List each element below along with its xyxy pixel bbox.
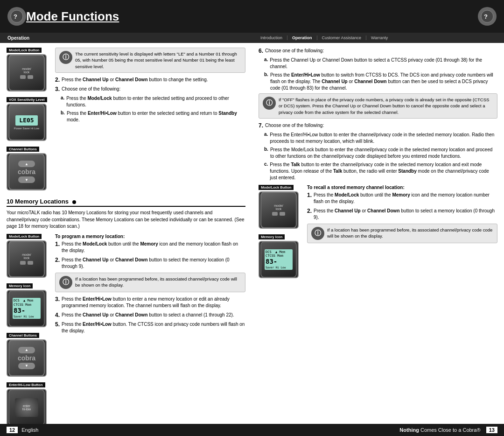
right-header: ? — [252, 0, 504, 33]
right-6b: b. Press the Enter/Hi•Low button to swit… — [259, 72, 497, 91]
right-nav: Introduction Operation Customer Assistan… — [252, 33, 504, 43]
recall-mode-device: mode/lock — [260, 192, 297, 228]
cobra-logo-right: ? — [478, 7, 497, 26]
vox-screen: LE05 — [15, 115, 38, 126]
left-nav: Operation — [0, 33, 252, 43]
nav-intro[interactable]: Introduction — [256, 35, 287, 40]
left-content: Mode/Lock Button mode/lock — [0, 43, 252, 424]
program-label: To program a memory location: — [55, 234, 245, 239]
vox-device: LE05 Power Saver Hi Low — [8, 104, 45, 141]
recall-label: To recall a stored memory channel locati… — [307, 185, 497, 190]
channel-up[interactable]: ▲ — [18, 161, 35, 167]
mode-lock-label: Mode/Lock Button — [7, 48, 42, 53]
svg-text:?: ? — [484, 13, 488, 20]
prog-ch-dn[interactable]: ▼ — [18, 363, 35, 369]
enter-hilow-label: Enter/Hi-Low Button — [7, 382, 45, 387]
step-3: 3. Choose one of the following: — [55, 86, 245, 92]
right-7a: a. Press the Enter/Hi•Low button to ente… — [259, 132, 497, 145]
right-step-6: 6. Choose one of the following: — [259, 48, 497, 54]
nav-operation-left[interactable]: Operation — [4, 35, 33, 41]
program-devices: Mode/Lock Button mode/lock — [7, 234, 51, 424]
bullet-dot — [72, 200, 76, 204]
prog-ch-up[interactable]: ▲ — [18, 347, 35, 353]
left-lang: English — [21, 427, 38, 433]
right-info-box-1: ⓘ If "OFF" flashes in place of the priva… — [259, 93, 497, 119]
memory-icon-label: Memory Icon — [7, 283, 33, 288]
enter-btn-graphic: enter hi-low — [15, 398, 38, 417]
right-footer-text: Nothing Comes Close to a Cobra® 13 — [399, 427, 497, 433]
nav-operation-right[interactable]: Operation — [287, 35, 317, 40]
prog-step-5: 5. Press the Enter/Hi•Low button. The CT… — [55, 321, 245, 334]
cobra-brand-small: cobra — [18, 168, 35, 176]
channel-device: ▲ cobra ▼ — [8, 154, 45, 190]
prog-mode-label: Mode/Lock Button — [7, 234, 42, 239]
recall-info-text: If a location has been programmed before… — [327, 227, 493, 239]
info-icon-4: ⓘ — [311, 227, 324, 240]
cobra-logo-left: ? — [7, 7, 26, 26]
info-icon-3: ⓘ — [263, 97, 276, 110]
intro-text-block: ⓘ The current sensitivity level is displ… — [55, 48, 245, 194]
channel-buttons-label: Channel Buttons — [7, 147, 39, 152]
prog-info-box: ⓘ If a location has been programmed befo… — [55, 273, 245, 292]
device-buttons — [20, 75, 33, 79]
right-6a: a. Press the Channel Up or Channel Down … — [259, 57, 497, 70]
recall-memory-label: Memory Icon — [259, 234, 285, 239]
page-title: Mode Functions — [26, 9, 119, 24]
right-footer: Nothing Comes Close to a Cobra® 13 — [252, 424, 504, 436]
recall-memory-icon: Memory Icon DCS ▲ Mem CTCSS Mem 83- Save… — [259, 234, 303, 278]
mode-lock-device-img: mode/lock — [7, 54, 47, 91]
left-page-num: 12 — [7, 427, 18, 433]
mode-lock-item: Mode/Lock Button mode/lock — [7, 48, 51, 91]
channel-buttons-item: Channel Buttons ▲ cobra ▼ — [7, 147, 51, 190]
right-7c: c. Press the Talk button to enter the ch… — [259, 162, 497, 181]
prog-ch-label: Channel Buttons — [7, 333, 39, 338]
recall-section: Mode/Lock Button mode/lock — [259, 185, 497, 282]
recall-step-2: 2. Press the Channel Up or Channel Down … — [307, 208, 497, 221]
nav-warranty[interactable]: Warranty — [366, 35, 392, 40]
recall-steps: To recall a stored memory channel locati… — [307, 185, 497, 282]
recall-memory-device: DCS ▲ Mem CTCSS Mem 83- Saver Hi Low — [260, 241, 297, 278]
intro-section: Mode/Lock Button mode/lock — [7, 48, 245, 194]
prog-channel-buttons: Channel Buttons ▲ cobra ▼ — [7, 333, 51, 377]
program-section: Mode/Lock Button mode/lock — [7, 234, 245, 424]
right-page: 6. Choose one of the following: a. Press… — [252, 43, 504, 436]
enter-hilow-img: enter hi-low — [7, 389, 47, 424]
recall-mem-display: DCS ▲ Mem CTCSS Mem 83- Saver Hi Low — [265, 249, 293, 270]
top-area: ? Mode Functions ? — [0, 0, 504, 33]
section-10-title: 10 Memory Locations — [7, 198, 245, 207]
prog-ch-device: ▲ cobra ▼ — [8, 340, 45, 376]
svg-text:?: ? — [14, 13, 17, 20]
left-header: ? Mode Functions — [0, 0, 252, 33]
memory-icon-img: DCS ▲ Mem CTCSS Mem 83- Saver Hi Low — [7, 290, 47, 327]
prog-ch-img: ▲ cobra ▼ — [7, 339, 47, 377]
channel-down[interactable]: ▼ — [18, 176, 35, 183]
info-icon-1: ⓘ — [59, 51, 72, 64]
prog-mode-device: mode/lock — [8, 241, 45, 277]
section-10-body: Your microTALK radio has 10 Memory Locat… — [7, 210, 245, 230]
btn2 — [28, 75, 33, 79]
prog-step-4: 4. Press the Channel Up or Channel Down … — [55, 312, 245, 318]
intro-info-text: The current sensitivity level is display… — [75, 51, 241, 70]
prog-info-text: If a location has been programmed before… — [75, 276, 241, 288]
btn1 — [20, 75, 26, 79]
recall-mode-label: Mode/Lock Button — [259, 185, 294, 190]
mem-display: DCS ▲ Mem CTCSS Mem 83- Saver Hi Low — [13, 298, 41, 319]
left-devices-top: Mode/Lock Button mode/lock — [7, 48, 51, 194]
enter-device: enter hi-low — [8, 389, 45, 424]
info-icon-2: ⓘ — [59, 276, 72, 289]
recall-step-1: 1. Press the Mode/Lock button until the … — [307, 192, 497, 205]
step-3b: b. Press the Enter/Hi•Low button to ente… — [55, 110, 245, 123]
page-container: Mode/Lock Button mode/lock — [0, 43, 504, 436]
prog-step-3: 3. Press the Enter/Hi•Low button to ente… — [55, 296, 245, 309]
prog-mode-img: mode/lock — [7, 240, 47, 278]
prog-step-1: 1. Press the Mode/Lock button until the … — [55, 241, 245, 254]
recall-memory-img: DCS ▲ Mem CTCSS Mem 83- Saver Hi Low — [259, 241, 299, 278]
step-2: 2. Press the Channel Up or Channel Down … — [55, 77, 245, 83]
right-content: 6. Choose one of the following: a. Press… — [252, 43, 504, 424]
program-mode-lock: Mode/Lock Button mode/lock — [7, 234, 51, 278]
nav-customer[interactable]: Customer Assistance — [317, 35, 367, 40]
vox-screen-labels: Power Saver Hi Low — [14, 127, 39, 130]
right-page-num: 13 — [486, 427, 497, 433]
memory-device: DCS ▲ Mem CTCSS Mem 83- Saver Hi Low — [8, 290, 45, 327]
mode-lock-device: mode/lock — [8, 55, 45, 91]
